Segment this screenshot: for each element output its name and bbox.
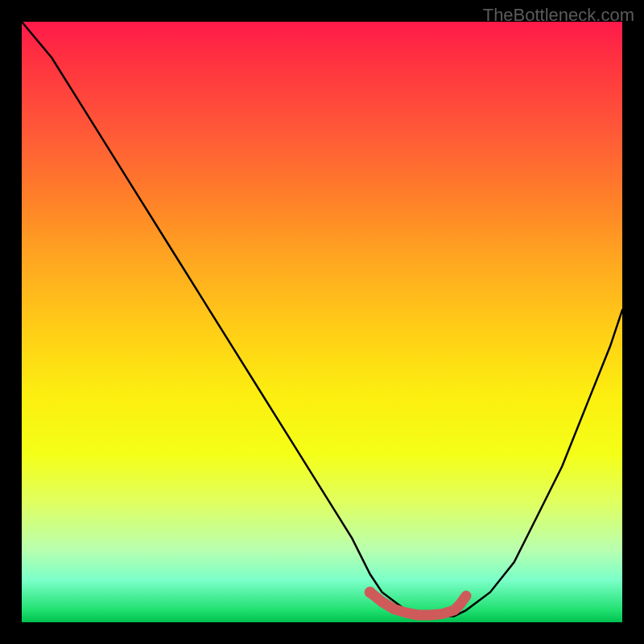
highlight-start-dot xyxy=(365,587,376,598)
bottleneck-curve xyxy=(22,22,622,617)
highlight-stroke xyxy=(370,592,466,615)
chart-plot-area xyxy=(22,22,622,622)
highlight-minimum-region xyxy=(365,587,466,615)
watermark-text: TheBottleneck.com xyxy=(483,5,634,26)
chart-svg xyxy=(22,22,622,622)
